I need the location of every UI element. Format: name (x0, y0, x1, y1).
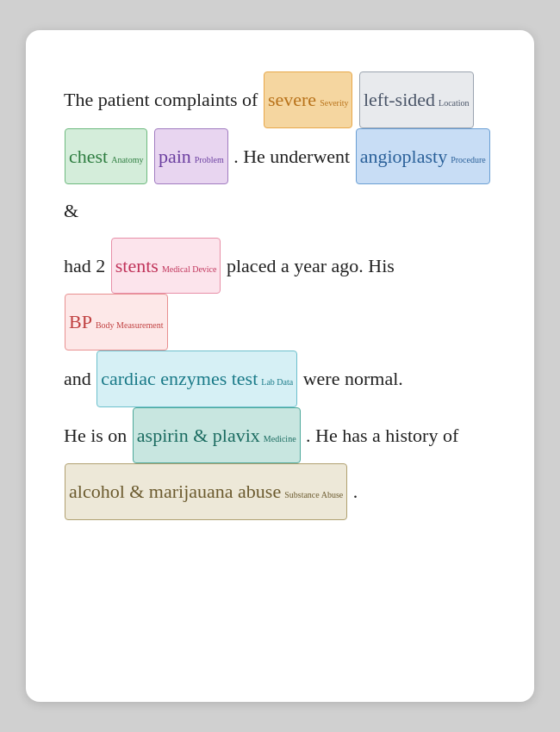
entity-bp-label: Body Measurement (96, 313, 164, 338)
text-underwent: . He underwent (233, 146, 355, 167)
text-had: had 2 (64, 255, 110, 276)
entity-angioplasty[interactable]: angioplasty Procedure (356, 128, 490, 185)
text-placed: placed a year ago. His (227, 255, 395, 276)
entity-angioplasty-label: Procedure (451, 148, 486, 172)
entity-stents[interactable]: stents Medical Device (111, 238, 221, 295)
text-normal: were normal. (303, 368, 403, 389)
text-and: and (64, 368, 96, 389)
entity-substance-abuse[interactable]: alcohol & marijauana abuse Substance Abu… (65, 463, 347, 520)
entity-bp-text: BP (69, 295, 92, 349)
entity-left-sided-label: Location (439, 91, 470, 115)
entity-pain-text: pain (159, 130, 191, 183)
entity-left-sided[interactable]: left-sided Location (359, 71, 474, 128)
entity-stents-label: Medical Device (162, 257, 217, 282)
entity-chest-label: Anatomy (111, 148, 143, 172)
entity-severe-text: severe (268, 73, 316, 127)
entity-cardiac-text: cardiac enzymes test (101, 352, 258, 406)
annotation-card: The patient complaints of severe Severit… (26, 30, 534, 702)
text-ampersand: & (64, 200, 78, 221)
text-period: . (353, 481, 358, 502)
entity-severe[interactable]: severe Severity (264, 71, 353, 128)
entity-aspirin-label: Medicine (264, 427, 296, 451)
text-before-severe: The patient complaints of (64, 89, 263, 110)
entity-cardiac-label: Lab Data (261, 370, 293, 394)
entity-bp[interactable]: BP Body Measurement (65, 294, 168, 350)
annotated-text: The patient complaints of severe Severit… (64, 71, 496, 520)
entity-severe-label: Severity (320, 91, 348, 115)
entity-cardiac-enzymes-test[interactable]: cardiac enzymes test Lab Data (96, 350, 297, 407)
text-history: . He has a history of (306, 425, 458, 446)
entity-substance-text: alcohol & marijauana abuse (69, 465, 281, 518)
entity-chest[interactable]: chest Anatomy (65, 128, 147, 185)
entity-stents-text: stents (115, 239, 159, 293)
entity-aspirin-text: aspirin & plavix (137, 409, 260, 462)
entity-angioplasty-text: angioplasty (360, 130, 447, 183)
entity-substance-label: Substance Abuse (284, 483, 343, 507)
entity-pain[interactable]: pain Problem (154, 128, 228, 185)
text-he-is-on: He is on (64, 425, 132, 446)
entity-aspirin-plavix[interactable]: aspirin & plavix Medicine (133, 407, 301, 464)
entity-chest-text: chest (69, 130, 108, 183)
entity-pain-label: Problem (195, 148, 224, 172)
entity-left-sided-text: left-sided (364, 73, 435, 127)
